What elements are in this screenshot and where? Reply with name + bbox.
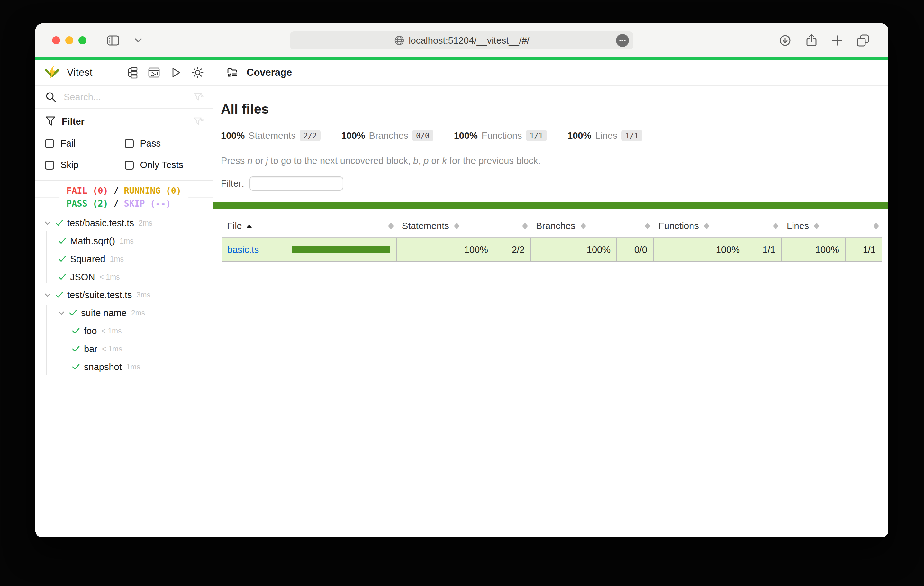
- checkbox[interactable]: [125, 161, 134, 170]
- run-status-progress-bar: [35, 57, 888, 60]
- checkbox[interactable]: [125, 139, 134, 148]
- tree-row-test[interactable]: Squared 1ms: [35, 250, 213, 268]
- chevron-down-icon[interactable]: [43, 291, 52, 299]
- minimize-window-button[interactable]: [65, 36, 73, 44]
- search-row: [35, 86, 213, 109]
- test-duration: < 1ms: [99, 273, 120, 281]
- table-row: basic.ts 100% 2/2 100% 0/0 100% 1/: [222, 238, 882, 262]
- coverage-filter-input[interactable]: [249, 176, 343, 191]
- pass-check-icon: [71, 362, 81, 372]
- checkbox[interactable]: [45, 139, 54, 148]
- tree-row-test[interactable]: Math.sqrt() 1ms: [35, 232, 213, 250]
- pass-check-icon: [71, 326, 81, 336]
- filter-checkbox-pass[interactable]: Pass: [125, 138, 205, 149]
- sort-icon[interactable]: [388, 223, 394, 229]
- pass-check-icon: [71, 344, 81, 354]
- search-input[interactable]: [64, 92, 193, 102]
- test-label: snapshot: [84, 362, 122, 372]
- coverage-title: Coverage: [247, 67, 292, 78]
- test-duration: 1ms: [110, 255, 124, 263]
- sort-icon[interactable]: [814, 223, 819, 229]
- column-header-statements[interactable]: Statements: [397, 215, 494, 238]
- test-label: test/suite.test.ts: [67, 290, 132, 300]
- stat-percent: 100%: [568, 130, 591, 141]
- lines-pct-cell: 100%: [782, 238, 845, 262]
- column-header-graph[interactable]: [285, 215, 397, 238]
- tab-overview-icon[interactable]: [856, 33, 870, 48]
- funnel-icon: [45, 116, 56, 127]
- chevron-down-icon[interactable]: [43, 219, 52, 227]
- column-header-statements-abs[interactable]: [494, 215, 531, 238]
- test-tree: test/basic.test.ts 2ms Math.sqrt() 1ms: [35, 214, 213, 376]
- column-header-lines[interactable]: Lines: [782, 215, 845, 238]
- chevron-down-icon[interactable]: [57, 309, 66, 317]
- address-bar[interactable]: localhost:51204/__vitest__/#/: [290, 31, 634, 49]
- page-options-button[interactable]: [616, 34, 629, 47]
- sort-icon[interactable]: [704, 223, 709, 229]
- test-label: test/basic.test.ts: [67, 218, 134, 229]
- theme-toggle-sun-icon[interactable]: [191, 66, 204, 79]
- dashboard-icon[interactable]: [148, 66, 160, 79]
- fail-count: FAIL (0): [66, 186, 108, 196]
- url-text: localhost:51204/__vitest__/#/: [409, 35, 530, 46]
- checkbox-label: Skip: [61, 160, 78, 170]
- test-label: suite name: [81, 308, 127, 318]
- tree-row-file[interactable]: test/basic.test.ts 2ms: [35, 214, 213, 232]
- stat-fraction-badge: 2/2: [300, 130, 321, 142]
- column-header-functions[interactable]: Functions: [653, 215, 746, 238]
- clear-filters-icon[interactable]: [193, 116, 204, 127]
- sort-icon[interactable]: [645, 223, 650, 229]
- column-header-functions-abs[interactable]: [746, 215, 782, 238]
- stat-label: Statements: [249, 130, 296, 141]
- clear-search-filter-icon[interactable]: [193, 91, 204, 103]
- new-tab-icon[interactable]: [830, 34, 844, 47]
- sort-icon[interactable]: [873, 223, 879, 229]
- file-link[interactable]: basic.ts: [227, 245, 259, 255]
- test-duration: 1ms: [120, 237, 134, 245]
- sort-icon[interactable]: [773, 223, 778, 229]
- coverage-filter-label: Filter:: [221, 178, 244, 189]
- sidebar-menu-chevron-icon[interactable]: [134, 38, 142, 43]
- sidebar-header: Vitest: [35, 60, 213, 86]
- run-all-icon[interactable]: [170, 66, 182, 79]
- pass-check-icon: [57, 236, 67, 246]
- filter-checkbox-skip[interactable]: Skip: [45, 160, 125, 170]
- downloads-icon[interactable]: [778, 33, 792, 48]
- filter-checkbox-fail[interactable]: Fail: [45, 138, 125, 149]
- filter-checkbox-only-tests[interactable]: Only Tests: [125, 160, 205, 170]
- globe-icon: [394, 35, 405, 46]
- stat-statements: 100% Statements 2/2: [221, 130, 320, 142]
- tree-guide-line: [46, 305, 46, 375]
- share-icon[interactable]: [804, 33, 819, 48]
- search-icon: [45, 91, 56, 103]
- test-summary: FAIL (0) / RUNNING (0) PASS (2) / SKIP (…: [35, 181, 213, 214]
- column-header-branches[interactable]: Branches: [531, 215, 617, 238]
- test-duration: 2ms: [131, 309, 145, 318]
- lines-abs-cell: 1/1: [845, 238, 882, 262]
- tree-row-test[interactable]: foo < 1ms: [35, 322, 213, 340]
- tree-row-test[interactable]: JSON < 1ms: [35, 268, 213, 286]
- close-window-button[interactable]: [52, 36, 60, 44]
- column-header-branches-abs[interactable]: [617, 215, 653, 238]
- checkbox[interactable]: [45, 161, 54, 170]
- sort-icon[interactable]: [454, 223, 459, 229]
- zoom-window-button[interactable]: [78, 36, 86, 44]
- stat-fraction-badge: 1/1: [622, 130, 643, 142]
- expand-tree-icon[interactable]: [126, 66, 139, 79]
- sort-icon[interactable]: [581, 223, 586, 229]
- tree-row-test[interactable]: snapshot 1ms: [35, 358, 213, 376]
- test-label: foo: [84, 326, 97, 336]
- stat-percent: 100%: [221, 130, 245, 141]
- stat-functions: 100% Functions 1/1: [454, 130, 547, 142]
- test-label: Math.sqrt(): [70, 236, 115, 247]
- pass-check-icon: [57, 254, 67, 264]
- tree-row-test[interactable]: bar < 1ms: [35, 340, 213, 358]
- column-header-lines-abs[interactable]: [845, 215, 882, 238]
- pass-check-icon: [54, 218, 64, 228]
- column-header-file[interactable]: File: [222, 215, 285, 238]
- sort-icon[interactable]: [523, 223, 528, 229]
- tree-row-file[interactable]: test/suite.test.ts 3ms: [35, 286, 213, 304]
- stat-label: Branches: [369, 130, 409, 141]
- browser-sidebar-toggle-icon[interactable]: [106, 34, 120, 47]
- tree-row-suite[interactable]: suite name 2ms: [35, 304, 213, 322]
